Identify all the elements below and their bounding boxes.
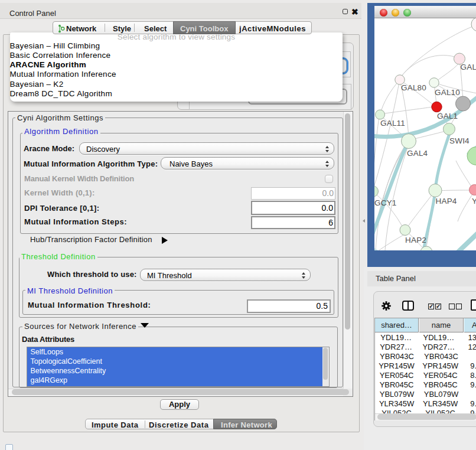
svg-text:GCY1: GCY1 — [374, 198, 397, 207]
svg-text:GAL4: GAL4 — [407, 149, 428, 158]
svg-text:GAL1: GAL1 — [437, 112, 458, 120]
svg-text:GAL80: GAL80 — [401, 83, 426, 92]
svg-text:YP: YP — [472, 197, 476, 206]
svg-text:GAL11: GAL11 — [380, 119, 405, 128]
svg-text:GAL2: GAL2 — [461, 63, 476, 71]
svg-text:GAL10: GAL10 — [435, 88, 460, 97]
svg-text:SWI4: SWI4 — [449, 136, 470, 145]
svg-text:HAP2: HAP2 — [405, 236, 426, 244]
svg-text:HAP4: HAP4 — [436, 197, 457, 206]
